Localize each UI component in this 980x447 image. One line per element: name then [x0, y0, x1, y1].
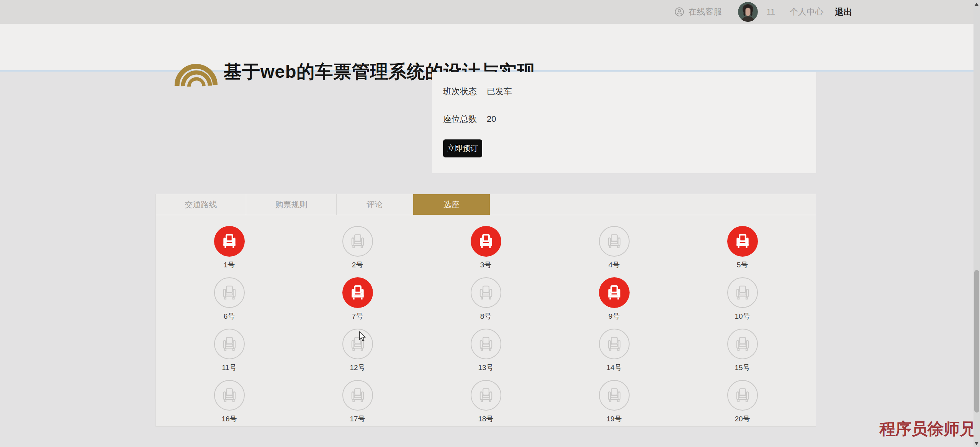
seat-occupied-icon[interactable]: [727, 226, 758, 257]
seat-label: 13号: [478, 363, 493, 373]
seat-cell-2[interactable]: 2号: [342, 226, 373, 270]
seat-cell-19[interactable]: 19号: [599, 380, 630, 424]
seat-cell-20[interactable]: 20号: [727, 380, 758, 424]
seat-occupied-icon[interactable]: [599, 277, 630, 308]
scrollbar-up-arrow-icon[interactable]: [975, 3, 978, 6]
seat-available-icon[interactable]: [342, 226, 373, 257]
seat-cell-9[interactable]: 9号: [599, 277, 630, 321]
seat-available-icon[interactable]: [214, 329, 245, 359]
seat-cell-12[interactable]: 12号: [342, 329, 373, 373]
seat-total-row: 座位总数 20: [443, 113, 816, 123]
scrollbar-thumb[interactable]: [974, 270, 979, 413]
seat-available-icon[interactable]: [471, 380, 501, 411]
seat-available-icon[interactable]: [471, 277, 501, 308]
seat-cell-13[interactable]: 13号: [471, 329, 501, 373]
seat-occupied-icon[interactable]: [214, 226, 245, 257]
logout-button[interactable]: 退出: [835, 6, 852, 18]
customer-service-icon: [674, 7, 684, 17]
seat-label: 5号: [737, 260, 748, 270]
seat-label: 16号: [221, 414, 237, 424]
seat-cell-6[interactable]: 6号: [214, 277, 245, 321]
seat-available-icon[interactable]: [342, 329, 373, 359]
vertical-scrollbar[interactable]: [973, 0, 980, 447]
seat-label: 15号: [735, 363, 750, 373]
scrollbar-down-arrow-icon[interactable]: [975, 442, 978, 445]
detail-tabs-panel: 交通路线购票规则评论选座 1号2号3号4号5号6号7号8号9号10号11号12号…: [155, 194, 816, 427]
seat-available-icon[interactable]: [599, 226, 630, 257]
seat-cell-1[interactable]: 1号: [214, 226, 245, 270]
site-header: 基于web的车票管理系统的设计与实现: [0, 24, 980, 72]
seat-label: 9号: [609, 311, 620, 321]
trip-detail-card: 班次状态 已发车 座位总数 20 立即预订: [432, 72, 816, 173]
seat-cell-15[interactable]: 15号: [727, 329, 758, 373]
notification-count: 11: [766, 7, 775, 17]
seat-available-icon[interactable]: [727, 277, 758, 308]
seat-cell-14[interactable]: 14号: [599, 329, 630, 373]
seat-available-icon[interactable]: [727, 380, 758, 411]
seat-label: 11号: [222, 363, 237, 373]
seat-occupied-icon[interactable]: [342, 277, 373, 308]
seat-label: 2号: [352, 260, 363, 270]
seat-available-icon[interactable]: [599, 380, 630, 411]
watermark-text: 程序员徐师兄: [879, 418, 976, 440]
seat-cell-11[interactable]: 11号: [214, 329, 245, 373]
seat-cell-5[interactable]: 5号: [727, 226, 758, 270]
seat-label: 7号: [352, 311, 363, 321]
seat-cell-18[interactable]: 18号: [471, 380, 501, 424]
seat-available-icon[interactable]: [342, 380, 373, 411]
seat-label: 8号: [480, 311, 492, 321]
avatar[interactable]: [738, 2, 758, 22]
trip-status-row: 班次状态 已发车: [443, 86, 816, 96]
seat-label: 14号: [606, 363, 622, 373]
tab-bar: 交通路线购票规则评论选座: [156, 194, 816, 215]
seat-label: 20号: [735, 414, 750, 424]
seat-cell-8[interactable]: 8号: [471, 277, 501, 321]
seat-label: 17号: [350, 414, 365, 424]
seat-total-label: 座位总数: [443, 113, 477, 125]
seat-label: 6号: [224, 311, 235, 321]
seat-available-icon[interactable]: [599, 329, 630, 359]
seat-occupied-icon[interactable]: [471, 226, 501, 257]
tab-4-active[interactable]: 选座: [413, 194, 490, 215]
seat-available-icon[interactable]: [214, 277, 245, 308]
seat-cell-7[interactable]: 7号: [342, 277, 373, 321]
online-service-label: 在线客服: [688, 6, 722, 18]
book-now-button[interactable]: 立即预订: [443, 139, 482, 157]
seat-cell-3[interactable]: 3号: [471, 226, 501, 270]
seat-available-icon[interactable]: [471, 329, 501, 359]
seat-label: 1号: [224, 260, 235, 270]
tab-3[interactable]: 评论: [337, 194, 413, 215]
seat-total-value: 20: [487, 114, 496, 124]
tab-2[interactable]: 购票规则: [246, 194, 337, 215]
tab-1[interactable]: 交通路线: [156, 194, 246, 215]
seat-cell-16[interactable]: 16号: [214, 380, 245, 424]
top-bar: 在线客服 11 个人中心 退出: [0, 0, 980, 24]
seat-label: 3号: [480, 260, 492, 270]
seat-cell-4[interactable]: 4号: [599, 226, 630, 270]
logo-arcs-icon: [173, 55, 219, 87]
online-service-link[interactable]: 在线客服: [674, 6, 722, 18]
seat-label: 4号: [609, 260, 620, 270]
seat-grid: 1号2号3号4号5号6号7号8号9号10号11号12号13号14号15号16号1…: [156, 215, 816, 424]
seat-available-icon[interactable]: [214, 380, 245, 411]
seat-available-icon[interactable]: [727, 329, 758, 359]
trip-status-value: 已发车: [487, 86, 512, 97]
seat-label: 18号: [478, 414, 493, 424]
seat-cell-17[interactable]: 17号: [342, 380, 373, 424]
trip-status-label: 班次状态: [443, 86, 477, 97]
seat-label: 19号: [606, 414, 622, 424]
personal-center-link[interactable]: 个人中心: [790, 6, 823, 18]
avatar-image: [738, 2, 758, 22]
seat-cell-10[interactable]: 10号: [727, 277, 758, 321]
seat-label: 10号: [735, 311, 750, 321]
seat-label: 12号: [350, 363, 365, 373]
